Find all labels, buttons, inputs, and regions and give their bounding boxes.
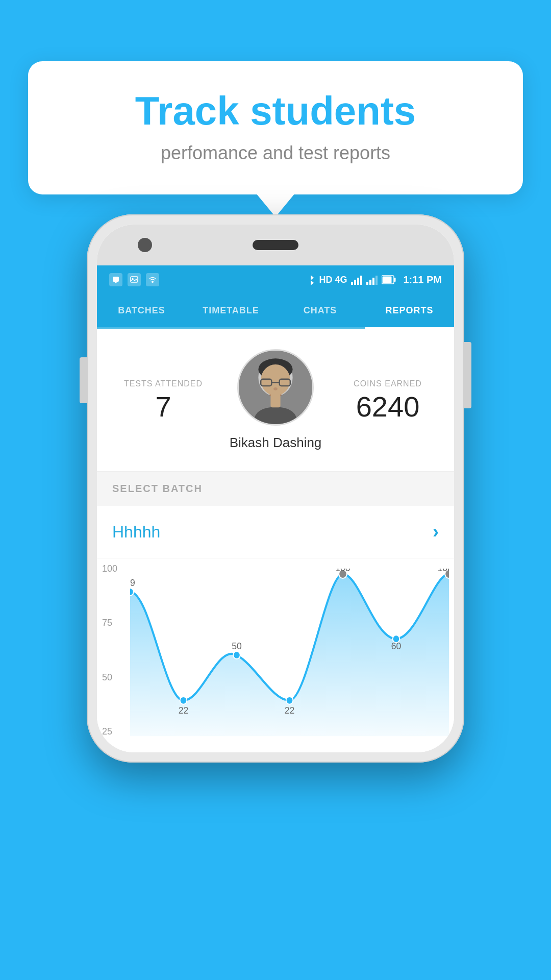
chart-point-2 bbox=[233, 651, 240, 659]
tooltip-title: Track students bbox=[59, 89, 492, 133]
avatar bbox=[237, 349, 314, 426]
signal-bars-2 bbox=[366, 275, 378, 285]
phone-outer: HD 4G bbox=[87, 214, 464, 763]
coins-earned-block: COINS EARNED 6240 bbox=[337, 379, 439, 421]
avatar-block: Bikash Dashing bbox=[214, 349, 337, 451]
y-label-25: 25 bbox=[102, 726, 117, 737]
tooltip-subtitle: perfomance and test reports bbox=[59, 142, 492, 164]
tab-batches[interactable]: BATCHES bbox=[97, 294, 186, 327]
svg-rect-7 bbox=[360, 276, 362, 285]
svg-text:100: 100 bbox=[335, 569, 350, 573]
tab-reports[interactable]: REPORTS bbox=[365, 294, 454, 327]
batch-item[interactable]: Hhhhh › bbox=[97, 506, 454, 558]
svg-text:100: 100 bbox=[438, 569, 449, 573]
batch-name: Hhhhh bbox=[112, 523, 160, 542]
bluetooth-icon bbox=[307, 274, 315, 285]
signal-bars-1 bbox=[351, 275, 362, 285]
svg-text:50: 50 bbox=[232, 640, 242, 651]
svg-rect-8 bbox=[366, 282, 368, 285]
chart-svg-wrap: 89 50 22 100 60 100 bbox=[130, 569, 449, 752]
battery-icon bbox=[382, 275, 396, 284]
select-batch-section: SELECT BATCH bbox=[97, 472, 454, 506]
svg-point-22 bbox=[273, 387, 278, 390]
status-bar: HD 4G bbox=[97, 265, 454, 294]
phone-top-bar bbox=[97, 225, 454, 265]
y-label-50: 50 bbox=[102, 672, 117, 683]
svg-rect-13 bbox=[383, 277, 392, 283]
svg-text:22: 22 bbox=[285, 704, 295, 716]
svg-rect-11 bbox=[375, 276, 378, 285]
tests-attended-block: TESTS ATTENDED 7 bbox=[112, 379, 214, 421]
chart-point-0 bbox=[130, 588, 134, 596]
svg-point-18 bbox=[261, 364, 290, 396]
earpiece bbox=[253, 240, 298, 250]
tests-attended-label: TESTS ATTENDED bbox=[112, 379, 214, 388]
chart-point-1 bbox=[180, 697, 187, 704]
svg-rect-9 bbox=[369, 280, 371, 285]
svg-rect-14 bbox=[394, 278, 396, 282]
tests-attended-value: 7 bbox=[112, 393, 214, 421]
status-icons-right: HD 4G bbox=[307, 274, 442, 286]
chart-point-3 bbox=[286, 697, 293, 704]
svg-rect-10 bbox=[372, 278, 374, 285]
coins-earned-label: COINS EARNED bbox=[337, 379, 439, 388]
svg-text:22: 22 bbox=[179, 704, 189, 716]
network-label: HD 4G bbox=[319, 275, 347, 285]
svg-text:89: 89 bbox=[130, 577, 135, 588]
y-axis-labels: 100 75 50 25 bbox=[102, 564, 117, 737]
tooltip-card: Track students perfomance and test repor… bbox=[28, 61, 523, 194]
tab-chats[interactable]: CHATS bbox=[276, 294, 365, 327]
wifi-icon bbox=[146, 273, 159, 286]
chevron-right-icon: › bbox=[433, 521, 439, 543]
y-label-100: 100 bbox=[102, 564, 117, 574]
svg-text:60: 60 bbox=[391, 640, 402, 651]
profile-section: TESTS ATTENDED 7 bbox=[97, 329, 454, 472]
user-name: Bikash Dashing bbox=[230, 435, 322, 451]
tab-timetable[interactable]: TIMETABLE bbox=[186, 294, 276, 327]
svg-rect-23 bbox=[270, 394, 280, 407]
notification-icon bbox=[109, 273, 122, 286]
tab-bar: BATCHES TIMETABLE CHATS REPORTS bbox=[97, 294, 454, 329]
screen-content: TESTS ATTENDED 7 bbox=[97, 329, 454, 752]
svg-point-3 bbox=[152, 281, 154, 283]
coins-earned-value: 6240 bbox=[337, 393, 439, 421]
svg-rect-5 bbox=[354, 280, 356, 285]
svg-rect-4 bbox=[351, 282, 353, 285]
status-time: 1:11 PM bbox=[403, 274, 442, 286]
chart-svg: 89 50 22 100 60 100 bbox=[130, 569, 449, 752]
select-batch-label: SELECT BATCH bbox=[112, 483, 203, 494]
svg-rect-6 bbox=[357, 278, 359, 285]
phone-mockup: HD 4G bbox=[87, 214, 464, 763]
phone-inner: HD 4G bbox=[97, 225, 454, 752]
chart-area: 100 75 50 25 bbox=[97, 558, 454, 752]
y-label-75: 75 bbox=[102, 618, 117, 628]
svg-rect-0 bbox=[113, 277, 119, 282]
camera bbox=[138, 238, 152, 252]
status-icons-left bbox=[109, 273, 159, 286]
image-icon bbox=[128, 273, 141, 286]
